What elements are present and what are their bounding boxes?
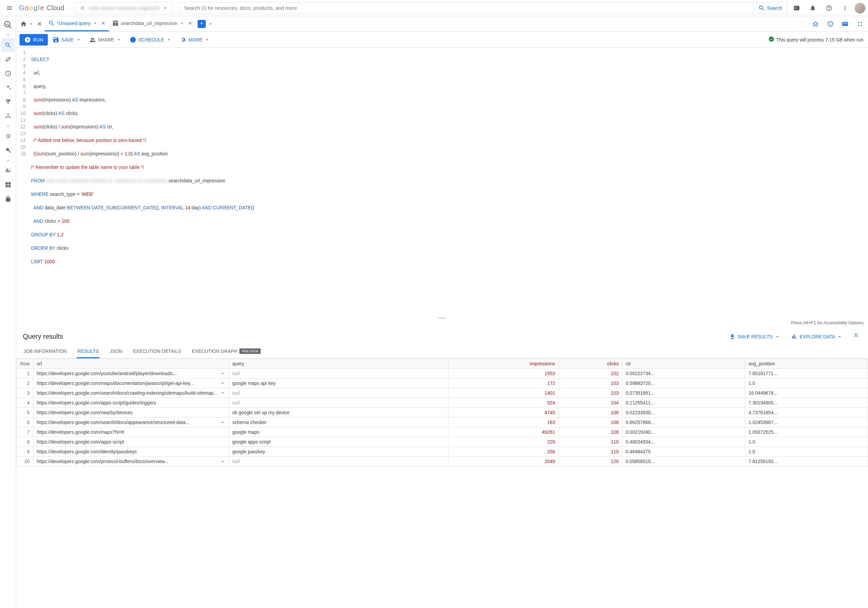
save-button[interactable]: SAVE [49,34,84,45]
code-area[interactable]: SELECT url, query, sum(impressions) AS i… [29,48,868,280]
svg-point-0 [81,8,82,8]
col-query[interactable]: query [229,359,448,369]
col-url[interactable]: url [33,359,229,369]
tab-job-info[interactable]: JOB INFORMATION [23,345,67,358]
cell-clicks: 106 [559,408,622,418]
expand-row-icon[interactable] [220,390,225,396]
more-button[interactable]: MORE [176,34,213,45]
new-tab-button[interactable]: + [198,20,206,28]
project-name: write·access·consumer·staging·05 [89,5,160,11]
tab-home[interactable]: ✕ [17,16,45,31]
tab-label: *Unsaved query [57,20,91,26]
bigquery-icon[interactable] [2,18,15,32]
search-button[interactable]: Search [753,2,787,14]
share-button[interactable]: SHARE [86,34,125,45]
cell-ctr: 0.11255411... [622,398,745,408]
row-number: 1 [17,369,33,378]
explore-data-button[interactable]: EXPLORE DATA [788,331,845,342]
rail-logs[interactable] [2,129,15,143]
rail-dataform[interactable] [2,95,15,109]
rail-partner-center[interactable] [2,109,15,123]
close-tab-button[interactable]: ✕ [188,20,192,26]
rail-admin[interactable] [2,192,15,205]
project-dashboard-button[interactable] [809,17,822,31]
cell-ctr: 0.59883720... [622,378,745,388]
cell-clicks: 108 [559,428,622,437]
a11y-hint: Press Alt+F1 for Accessibility Options. [16,319,868,326]
cell-impressions: 229 [448,437,559,447]
gear-icon [180,36,186,43]
search-input[interactable] [180,2,753,14]
col-avg-position[interactable]: avg_position [745,359,868,369]
col-ctr[interactable]: ctr [622,359,745,369]
utilities-menu-button[interactable] [839,2,852,15]
global-search: Search [179,2,787,14]
tab-json[interactable]: JSON [109,345,123,358]
rail-capacity[interactable] [2,164,15,177]
keyboard-shortcuts-button[interactable] [839,17,852,31]
cell-url: https://developers.google.com/maps/docum… [33,378,229,388]
tab-label: searchdata_url_impression [121,20,177,26]
fullscreen-button[interactable] [853,17,866,31]
editor-resize-handle[interactable] [16,317,868,319]
cell-ctr: 0.48034934... [622,437,745,447]
home-icon [20,20,27,27]
cell-ctr: 0.00219240... [622,428,745,437]
home-outline-icon [812,20,819,27]
svg-point-4 [8,114,8,115]
run-button[interactable]: RUN [20,34,48,45]
tab-results[interactable]: RESULTS [77,345,100,358]
expand-row-icon[interactable] [220,381,225,386]
save-results-button[interactable]: SAVE RESULTS [726,331,783,342]
chevron-down-icon[interactable] [208,21,213,26]
close-tab-button[interactable]: ✕ [101,20,105,26]
cell-ctr: 0.07351891... [622,388,745,398]
collapse-results-button[interactable] [851,331,861,342]
expand-row-icon[interactable] [220,459,225,464]
sql-editor[interactable]: 12345678910111213141516 SELECT url, quer… [16,48,868,280]
col-clicks[interactable]: clicks [559,359,622,369]
cell-url: https://developers.google.com/nearby/dev… [33,408,229,418]
tab-unsaved-query[interactable]: *Unsaved query ✕ [45,16,109,31]
expand-row-icon[interactable] [220,371,225,376]
cell-ctr: 0.46484375 [622,447,745,457]
rail-analytics-hub[interactable] [2,81,15,94]
project-icon [79,5,86,11]
nav-menu-button[interactable] [3,2,16,15]
rail-sql-workspace[interactable] [2,39,15,52]
gcp-logo[interactable]: Google Cloud [19,4,64,12]
rail-reservations[interactable] [2,178,15,191]
cell-url: https://developers.google.com/youtube/an… [33,369,229,378]
help-button[interactable] [822,2,836,15]
sparkle-icon [5,84,11,91]
results-table-wrap[interactable]: Row url query impressions clicks ctr avg… [16,359,868,608]
cloud-shell-button[interactable] [790,2,803,15]
chevron-down-icon [166,37,171,42]
close-home-tab[interactable]: ✕ [37,20,42,28]
row-number: 6 [17,418,33,428]
row-number: 4 [17,398,33,408]
cell-url: https://developers.google.com/apps-scrip… [33,398,229,408]
magnifier-db-icon [3,20,13,30]
chevron-down-icon [837,334,842,339]
tab-execution-graph[interactable]: EXECUTION GRAPH PREVIEW [191,345,261,358]
row-number: 3 [17,388,33,398]
expand-row-icon[interactable] [220,420,225,425]
col-row[interactable]: Row [17,359,33,369]
notifications-button[interactable] [806,2,820,15]
table-row: 5https://developers.google.com/nearby/de… [17,408,868,418]
rail-data-transfers[interactable] [2,53,15,66]
col-impressions[interactable]: impressions [448,359,559,369]
tab-table[interactable]: searchdata_url_impression ✕ [109,16,195,31]
query-info-button[interactable] [823,17,837,31]
account-avatar[interactable] [854,3,865,14]
row-number: 10 [17,457,33,466]
cell-clicks: 110 [559,437,622,447]
row-number: 5 [17,408,33,418]
chevron-down-icon [775,334,780,339]
tab-execution-details[interactable]: EXECUTION DETAILS [132,345,182,358]
rail-bi-engine[interactable] [2,143,15,157]
schedule-button[interactable]: SCHEDULE [126,34,175,45]
project-picker[interactable]: write·access·consumer·staging·05 [75,2,172,14]
rail-scheduled-queries[interactable] [2,67,15,80]
